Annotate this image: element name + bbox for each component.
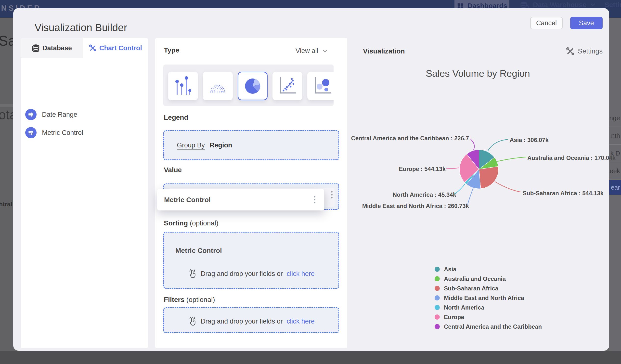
bubble-chart-icon (312, 76, 333, 96)
legend-label: North America (444, 304, 484, 311)
legend-dot (435, 305, 440, 310)
group-by-link[interactable]: Group By (177, 141, 205, 149)
legend-dot (435, 295, 440, 300)
pie-slice-label: Australia and Oceania : 170.04k (527, 155, 616, 161)
filters-dropzone[interactable]: Drag and drop your fields or click here (163, 307, 339, 333)
dropdown-option-selected[interactable]: ear (609, 180, 621, 195)
background-text-fragment: ntral (0, 201, 12, 208)
legend-dot (435, 267, 440, 272)
legend-dot (435, 324, 440, 329)
pie-slice-label: Sub-Saharan Africa : 544.13k (523, 190, 604, 197)
legend-label: Australia and Oceania (444, 276, 506, 282)
click-here-link[interactable]: click here (287, 270, 315, 278)
pie-slice-label: Asia : 306.07k (510, 137, 549, 143)
chevron-down-icon (322, 48, 328, 54)
sidebar-item-metric-control[interactable]: Metric Control (25, 125, 143, 140)
visualization-header: Visualization (363, 47, 405, 55)
chart-legend: Asia Australia and Oceania Sub-Saharan A… (435, 264, 542, 331)
background-divider (0, 104, 13, 107)
chart-type-arc[interactable] (203, 72, 233, 100)
viz-settings-label: Settings (578, 47, 603, 55)
legend-item[interactable]: Middle East and North Africa (435, 293, 542, 303)
legend-dot (435, 314, 440, 320)
type-header: Type (164, 46, 179, 54)
nav-data-warehouse-label: Data Warehouse (533, 1, 586, 9)
legend-item[interactable]: Asia (435, 264, 542, 274)
sidebar-item-date-range[interactable]: Date Range (25, 107, 143, 122)
legend-header: Legend (164, 114, 188, 121)
pie-slice-label: North America : 45.34k (393, 191, 456, 198)
dropdown-option[interactable]: eek (609, 162, 621, 180)
sidebar-item-label: Date Range (42, 111, 77, 119)
view-all-button[interactable]: View all (295, 47, 328, 55)
database-icon (32, 44, 39, 52)
arc-chart-icon (207, 76, 228, 96)
save-button[interactable]: Save (570, 17, 603, 29)
pie-chart[interactable] (459, 149, 499, 189)
chart-title: Sales Volume by Region (354, 68, 601, 79)
legend-label: Asia (444, 266, 456, 273)
sorting-header-label: Sorting (164, 219, 188, 227)
value-header: Value (164, 166, 182, 174)
legend-dot (435, 286, 440, 291)
modal-title: Visualization Builder (34, 22, 127, 34)
sliders-icon (25, 127, 36, 138)
tab-database-label: Database (42, 44, 72, 52)
scatter-chart-icon (277, 76, 298, 96)
view-all-label: View all (295, 47, 318, 55)
sidebar-item-label: Metric Control (42, 129, 83, 137)
nav-settings-label: Settings (604, 1, 621, 9)
viz-settings-button[interactable]: Settings (566, 47, 603, 55)
dragged-field-label: Metric Control (164, 196, 211, 204)
lollipop-chart-icon (174, 76, 192, 96)
cancel-button[interactable]: Cancel (530, 17, 563, 29)
legend-item[interactable]: Europe (435, 312, 542, 322)
chart-type-bubble[interactable] (307, 72, 334, 100)
left-panel: Database Chart Control Date Range Metric… (21, 38, 148, 348)
click-here-link[interactable]: click here (287, 318, 315, 325)
group-by-value: Region (210, 141, 232, 149)
kebab-menu-icon[interactable] (331, 191, 333, 198)
legend-item[interactable]: Australia and Oceania (435, 274, 542, 284)
chart-type-scatter[interactable] (273, 72, 302, 100)
filters-header-label: Filters (164, 296, 184, 303)
pie-chart-icon (243, 76, 262, 96)
background-bottom-area (0, 351, 621, 364)
pie-slice-label: Middle East and North Africa : 260.73k (362, 203, 469, 209)
legend-label: Europe (444, 314, 464, 321)
dropdown-option[interactable]: nge (609, 109, 621, 127)
tools-icon (89, 44, 96, 52)
dragged-field-card[interactable]: Metric Control (157, 189, 324, 210)
dragdrop-hint: Drag and drop your fields or (201, 270, 283, 278)
tab-database[interactable]: Database (21, 38, 83, 58)
sorting-optional-label: (optional) (190, 219, 219, 227)
chart-type-lollipop[interactable] (168, 72, 198, 100)
legend-label: Central America and the Caribbean (444, 323, 542, 330)
legend-item[interactable]: Sub-Saharan Africa (435, 284, 542, 293)
tools-icon (566, 47, 574, 55)
legend-dropzone[interactable]: Group By Region (163, 130, 339, 160)
legend-item[interactable]: Central America and the Caribbean (435, 322, 542, 331)
sorting-header: Sorting (optional) (164, 219, 219, 227)
pie-slice-label: Europe : 544.13k (399, 166, 446, 173)
background-dropdown: nge nth k D eek ear (609, 18, 621, 351)
pie-slice-label: Central America and the Caribbean : 226.… (351, 135, 469, 142)
kebab-menu-icon[interactable] (314, 196, 315, 203)
pie-chart-svg (459, 149, 499, 189)
chart-type-strip (163, 65, 334, 106)
filters-header: Filters (optional) (164, 296, 215, 304)
dragdrop-hint: Drag and drop your fields or (201, 318, 283, 325)
legend-dot (435, 276, 440, 281)
legend-label: Middle East and North Africa (444, 295, 524, 301)
legend-item[interactable]: North America (435, 303, 542, 312)
tab-chart-control-label: Chart Control (99, 44, 142, 52)
tap-hand-icon (188, 316, 197, 326)
chart-type-pie-selected[interactable] (238, 72, 268, 100)
filters-optional-label: (optional) (186, 296, 215, 303)
sorting-field-label: Metric Control (175, 247, 222, 255)
sorting-dropzone[interactable]: Metric Control Drag and drop your fields… (163, 232, 339, 289)
legend-label: Sub-Saharan Africa (444, 285, 498, 292)
dropdown-option[interactable]: nth (609, 127, 621, 145)
tab-chart-control[interactable]: Chart Control (83, 38, 148, 58)
tap-hand-icon (188, 269, 197, 279)
